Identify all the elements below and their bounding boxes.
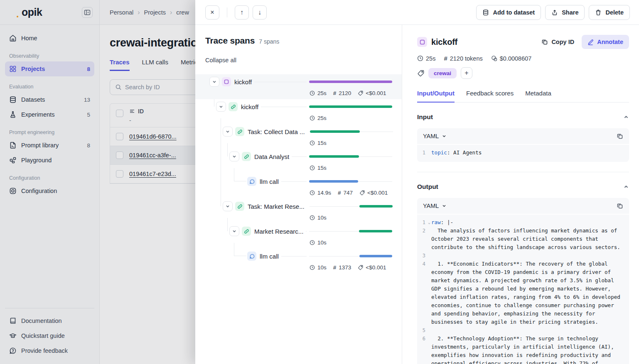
chevron-down-icon[interactable] [223,127,233,137]
format-value: YAML [423,203,439,209]
share-button[interactable]: Share [545,5,585,20]
yaml-key: topic [431,149,447,156]
span-duration: 10s [317,239,327,246]
span-row-market-researcher[interactable]: Market Researc... 10s [195,224,402,249]
span-duration: 14.9s [317,190,331,196]
tab-metadata[interactable]: Metadata [525,90,551,102]
collapse-all-button[interactable]: Collapse all [205,57,236,64]
span-row-llm-call[interactable]: llm call 14.9s #747 <$0.001 [195,174,402,199]
tab-input-output[interactable]: Input/Output [417,90,455,103]
code-line: 1⌄ raw: |- [417,218,625,227]
span-type-icon [242,152,251,161]
tokens-icon: # [333,90,337,96]
output-section-header: Output [417,183,629,191]
spans-title: Trace spans [205,36,255,46]
chevron-down-icon [442,203,447,208]
span-type-icon [235,127,244,136]
share-label: Share [562,9,578,16]
clock-icon [310,140,315,146]
span-duration: 10s [317,215,327,221]
chevron-down-icon[interactable] [229,226,239,236]
chevron-down-icon[interactable] [209,77,219,87]
chevron-down-icon[interactable] [223,201,233,211]
copy-icon[interactable] [617,203,623,209]
span-row-kickoff[interactable]: kickoff 25s [195,99,402,124]
yaml-key: raw [431,219,441,225]
span-type-icon [242,227,251,236]
delete-button[interactable]: Delete [589,5,630,20]
chevron-up-icon[interactable] [623,114,629,120]
span-duration: 25s [317,115,327,121]
span-row-llm-call[interactable]: llm call 10s #1373 <$0.001 [195,249,402,274]
code-line: 3 [417,252,625,260]
delete-label: Delete [605,9,624,16]
duration-bar [310,130,360,133]
clock-icon [310,190,315,195]
span-cost: <$0.001 [366,264,386,271]
copy-icon[interactable] [617,133,623,139]
span-type-icon [229,102,238,111]
input-label: Input [417,113,433,121]
fold-chevron-icon[interactable]: ⌄ [428,218,430,227]
yaml-value: : AI Agents [447,149,482,156]
detail-tokens: 2120 tokens [450,55,483,62]
detail-duration: 25s [426,55,435,62]
annotate-button[interactable]: Annotate [582,35,629,49]
prev-trace-arrow-up-icon[interactable]: ↑ [235,5,249,20]
tag-crewai[interactable]: crewai [428,68,457,78]
format-select[interactable]: YAML [423,203,447,209]
cost-icon [491,55,497,61]
pencil-icon [587,39,594,45]
span-label: llm call [260,253,279,260]
spans-tree: kickoff 25s #2120 <$0.001 [195,74,402,274]
span-cost: <$0.001 [367,190,388,196]
cost-icon [358,90,363,96]
chevron-up-icon[interactable] [623,184,629,190]
chevron-down-icon[interactable] [229,151,239,161]
input-yaml-box: YAML 1 topic: AI Agents [417,128,629,162]
span-tokens: 1373 [339,264,351,271]
span-tokens: 747 [344,190,353,196]
duration-bar [309,105,392,108]
code-line: 2 The analysis of factors influencing ma… [417,227,625,252]
copy-id-label: Copy ID [551,39,574,45]
duration-bar [309,81,392,83]
span-duration: 15s [317,165,327,171]
tokens-icon: # [333,264,337,271]
copy-id-button[interactable]: Copy ID [537,35,578,49]
duration-bar [359,230,392,232]
tab-feedback-scores[interactable]: Feedback scores [466,90,514,102]
close-icon[interactable]: × [205,5,219,20]
span-label: kickoff [241,103,258,110]
chevron-down-icon [442,134,447,139]
yaml-text [431,252,625,260]
llm-call-icon [247,252,256,261]
span-duration: 15s [317,140,327,146]
clock-icon [310,265,315,270]
next-trace-arrow-down-icon[interactable]: ↓ [253,5,267,20]
cost-icon [359,190,365,195]
span-row-kickoff-trace[interactable]: kickoff 25s #2120 <$0.001 [195,74,402,99]
tag-icon [417,70,424,77]
span-label: Task: Market Rese... [248,203,305,210]
trace-detail-panel: × ↑ ↓ Add to dataset Share Delete [195,0,639,364]
span-cost: <$0.001 [366,90,386,96]
clock-icon [417,55,423,61]
chevron-down-icon[interactable] [216,102,226,112]
span-row-data-analyst[interactable]: Data Analyst 15s [195,149,402,174]
yaml-text [431,326,625,335]
format-value: YAML [423,133,439,139]
format-select[interactable]: YAML [423,133,447,139]
trash-icon [595,9,602,16]
span-tokens: 2120 [339,90,351,96]
add-tag-button[interactable]: + [461,67,472,79]
code-line: 5 [417,326,625,335]
copy-icon [541,39,548,45]
add-to-dataset-button[interactable]: Add to dataset [476,5,541,20]
span-row-task-collect-data[interactable]: Task: Collect Data ... 15s [195,124,402,149]
span-row-task-market-research[interactable]: Task: Market Rese... 10s [195,199,402,224]
span-label: Market Researc... [254,228,303,235]
yaml-text: 1. **Economic Indicators**: The recovery… [431,260,625,326]
spans-count: 7 spans [259,38,279,45]
share-icon [551,9,558,16]
